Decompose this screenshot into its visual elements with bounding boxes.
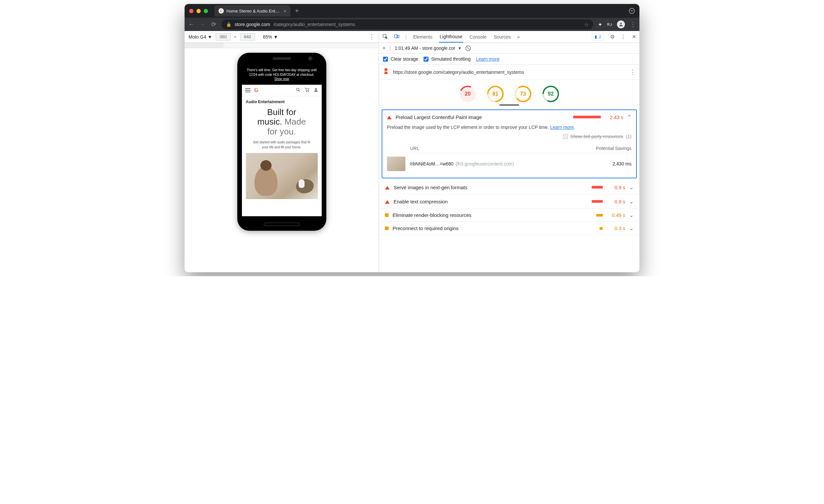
- device-panel: Moto G4▼ × 65%▼ ⋮ There's still time. Ge…: [185, 31, 379, 272]
- hamburger-icon[interactable]: [245, 88, 250, 92]
- profile-avatar[interactable]: [617, 20, 625, 28]
- close-window-button[interactable]: [189, 9, 194, 13]
- score-best-practices[interactable]: 73: [515, 86, 531, 102]
- chevron-down-icon: ▼: [458, 46, 461, 50]
- table-row: /rbNNiE4oM…=w680 (lh3.googleusercontent.…: [387, 153, 631, 174]
- audit-preload-lcp[interactable]: Preload Largest Contentful Paint image 2…: [382, 109, 637, 178]
- third-party-toggle[interactable]: Show 3rd-party resources (1): [387, 132, 631, 144]
- back-icon[interactable]: ←: [188, 21, 195, 28]
- maximize-window-button[interactable]: [204, 9, 208, 13]
- learn-more-link[interactable]: Learn more: [476, 57, 500, 62]
- clear-storage-checkbox[interactable]: Clear storage: [383, 57, 418, 62]
- chevron-up-icon[interactable]: ⌃: [627, 114, 631, 120]
- account-icon[interactable]: [313, 87, 318, 93]
- lighthouse-toolbar: + | 1:01:49 AM - store.google.cor▼: [379, 43, 639, 54]
- tab-strip: G Home Stereo & Audio Entertain × +: [215, 5, 629, 16]
- devtools-tabs: | Elements Lighthouse Console Sources » …: [379, 31, 639, 43]
- chevron-down-icon[interactable]: ⌄: [629, 212, 633, 218]
- lock-icon: 🔒: [226, 22, 231, 27]
- resource-thumbnail: [387, 157, 405, 171]
- more-tabs-icon[interactable]: »: [517, 34, 520, 39]
- settings-gear-icon[interactable]: ⚙: [610, 34, 615, 40]
- zoom-select[interactable]: 65%▼: [263, 34, 278, 39]
- reading-list-icon[interactable]: ≡♪: [607, 21, 612, 27]
- forward-icon[interactable]: →: [199, 21, 206, 28]
- warning-triangle-icon: [385, 184, 390, 190]
- tab-elements[interactable]: Elements: [413, 31, 433, 42]
- savings-bar: [592, 186, 603, 189]
- warning-square-icon: [385, 226, 389, 230]
- store-topbar: G: [242, 85, 322, 96]
- chevron-down-icon[interactable]: ⌄: [629, 198, 633, 205]
- page-title: Audio Entertainment: [246, 100, 318, 104]
- address-field[interactable]: 🔒 store.google.com/category/audio_entert…: [221, 19, 593, 29]
- hero-subtitle: Get started with audio packages that fit…: [246, 138, 318, 153]
- throttling-checkbox[interactable]: Simulated throttling: [423, 57, 471, 62]
- audit-item[interactable]: Preconnect to required origins0.3 s⌄: [380, 222, 638, 235]
- phone-home-button[interactable]: [264, 222, 300, 226]
- close-devtools-icon[interactable]: ✕: [632, 34, 636, 40]
- close-tab-icon[interactable]: ×: [284, 8, 286, 14]
- main-split: Moto G4▼ × 65%▼ ⋮ There's still time. Ge…: [185, 31, 639, 272]
- issues-icon: ▮: [595, 34, 597, 39]
- resource-host: (lh3.googleusercontent.com): [455, 161, 514, 167]
- account-chevron-icon[interactable]: [629, 8, 635, 14]
- audit-item[interactable]: Serve images in next-gen formats0.9 s⌄: [380, 180, 638, 195]
- devtools-panel: | Elements Lighthouse Console Sources » …: [379, 31, 639, 272]
- svg-point-2: [306, 91, 307, 92]
- audit-time: 2.43 s: [605, 114, 623, 120]
- warning-triangle-icon: [387, 113, 392, 119]
- devtools-menu-icon[interactable]: ⋮: [621, 34, 626, 40]
- ruler: [185, 43, 379, 48]
- minimize-window-button[interactable]: [196, 9, 201, 13]
- browser-tab[interactable]: G Home Stereo & Audio Entertain ×: [215, 5, 290, 16]
- shop-now-link[interactable]: Shop now: [274, 77, 289, 81]
- score-performance[interactable]: 20: [459, 86, 476, 102]
- chevron-down-icon[interactable]: ⌄: [629, 225, 633, 231]
- issues-badge[interactable]: ▮2: [592, 33, 604, 40]
- svg-point-4: [315, 88, 317, 90]
- height-input[interactable]: [240, 33, 255, 40]
- phone-camera: [308, 57, 312, 61]
- tab-lighthouse[interactable]: Lighthouse: [439, 31, 463, 42]
- report-select[interactable]: 1:01:49 AM - store.google.cor▼: [395, 45, 462, 51]
- score-section: 20 81 73 92: [379, 80, 639, 105]
- audit-time: 0.3 s: [607, 225, 625, 231]
- report-menu-icon[interactable]: ⋮: [629, 69, 635, 76]
- phone-speaker: [273, 57, 291, 60]
- tab-sources[interactable]: Sources: [493, 31, 511, 42]
- score-accessibility[interactable]: 81: [487, 86, 504, 102]
- reload-icon[interactable]: ⟳: [210, 21, 217, 28]
- tab-console[interactable]: Console: [469, 31, 487, 42]
- search-icon[interactable]: [296, 87, 301, 93]
- device-toggle-icon[interactable]: [394, 34, 400, 40]
- svg-point-3: [308, 91, 309, 92]
- audits-list: Preload Largest Contentful Paint image 2…: [379, 105, 639, 272]
- new-report-icon[interactable]: +: [382, 45, 386, 52]
- google-logo-icon[interactable]: G: [254, 87, 261, 93]
- browser-menu-icon[interactable]: ⋮: [629, 21, 636, 28]
- chevron-down-icon[interactable]: ⌄: [629, 184, 633, 191]
- audit-item[interactable]: Enable text compression0.9 s⌄: [380, 195, 638, 209]
- inspect-icon[interactable]: [382, 34, 388, 40]
- times-icon: ×: [234, 34, 237, 39]
- width-input[interactable]: [216, 33, 231, 40]
- device-menu-icon[interactable]: ⋮: [369, 33, 375, 40]
- score-seo[interactable]: 92: [542, 86, 559, 102]
- audit-description: Preload the image used by the LCP elemen…: [387, 121, 631, 132]
- phone-frame: There's still time. Get free two-day shi…: [237, 53, 326, 231]
- svg-rect-6: [395, 34, 397, 37]
- clear-icon[interactable]: [466, 45, 471, 51]
- new-tab-button[interactable]: +: [295, 7, 299, 15]
- device-select[interactable]: Moto G4▼: [189, 34, 212, 39]
- audit-item[interactable]: Eliminate render-blocking resources0.49 …: [380, 209, 638, 222]
- cart-icon[interactable]: [305, 87, 309, 93]
- extensions-icon[interactable]: ✦: [598, 21, 602, 28]
- warning-triangle-icon: [385, 198, 390, 204]
- learn-more-link[interactable]: Learn more: [550, 125, 574, 130]
- bookmark-icon[interactable]: ☆: [584, 21, 589, 28]
- savings-bar: [573, 116, 601, 118]
- device-toolbar: Moto G4▼ × 65%▼ ⋮: [185, 31, 379, 43]
- hero-image: [246, 153, 318, 199]
- savings-bar: [596, 214, 603, 217]
